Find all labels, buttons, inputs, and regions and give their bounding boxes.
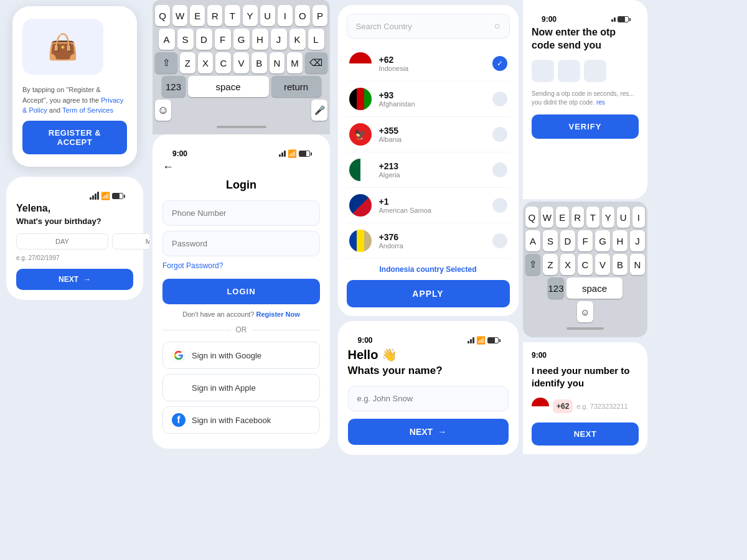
verify-button[interactable]: VERIFY: [532, 114, 639, 139]
list-item[interactable]: +213 Algeria: [347, 152, 510, 188]
register-accept-button[interactable]: Register & Accept: [22, 121, 127, 154]
birthday-next-button[interactable]: NEXT →: [16, 269, 133, 290]
password-input[interactable]: [162, 231, 320, 256]
otp-box-3[interactable]: [584, 60, 606, 82]
key-c[interactable]: C: [215, 52, 231, 73]
rk-c[interactable]: C: [578, 254, 593, 275]
key-t[interactable]: T: [225, 5, 240, 26]
key-z[interactable]: Z: [180, 52, 195, 73]
key-shift[interactable]: ⇧: [155, 52, 177, 73]
key-return[interactable]: return: [271, 76, 321, 97]
key-mic[interactable]: 🎤: [311, 100, 327, 121]
key-j[interactable]: J: [271, 29, 287, 50]
key-n[interactable]: N: [270, 52, 285, 73]
number-title: I need your number to identify you: [532, 365, 639, 389]
rk-y[interactable]: Y: [602, 207, 615, 228]
name-input[interactable]: [348, 386, 509, 411]
rk-d[interactable]: D: [560, 230, 575, 251]
rk-z[interactable]: Z: [543, 254, 558, 275]
keyboard-row-2: A S D F G H J K L: [155, 29, 327, 50]
back-arrow[interactable]: ←: [162, 161, 320, 174]
apple-sign-in-button[interactable]: Sign in with Apple: [162, 374, 320, 401]
login-button[interactable]: LOGIN: [162, 279, 320, 304]
hello-next-button[interactable]: NEXT →: [348, 419, 509, 445]
key-m[interactable]: M: [287, 52, 303, 73]
rk-emoji[interactable]: ☺: [577, 301, 593, 322]
rk-space[interactable]: space: [566, 278, 622, 299]
albania-flag: 🦅: [349, 123, 372, 146]
list-item[interactable]: 🦅 +355 Albania: [347, 117, 510, 152]
key-g[interactable]: G: [233, 29, 250, 50]
rk-h[interactable]: H: [613, 230, 627, 251]
otp-input-boxes: [532, 60, 639, 82]
key-numbers[interactable]: 123: [162, 76, 186, 97]
phone-number-input[interactable]: [162, 200, 320, 226]
rk-123[interactable]: 123: [548, 278, 564, 299]
key-o[interactable]: O: [295, 5, 310, 26]
key-d[interactable]: D: [196, 29, 212, 50]
list-item[interactable]: +62 Indonesia: [347, 46, 510, 82]
rk-shift[interactable]: ⇧: [525, 254, 540, 275]
rk-t[interactable]: T: [586, 207, 599, 228]
rk-e[interactable]: E: [556, 207, 569, 228]
list-item[interactable]: +1 American Samoa: [347, 188, 510, 223]
rk-row-1: Q W E R T Y U I: [525, 207, 645, 228]
key-y[interactable]: Y: [243, 5, 258, 26]
forgot-password-link[interactable]: Forgot Password?: [162, 261, 320, 270]
rk-j[interactable]: J: [630, 230, 645, 251]
otp-resend-link[interactable]: res: [596, 99, 605, 106]
key-a[interactable]: A: [159, 29, 175, 50]
number-next-button[interactable]: NEXT: [532, 422, 639, 446]
day-input[interactable]: [16, 233, 108, 250]
rk-w[interactable]: W: [541, 207, 554, 228]
otp-box-2[interactable]: [558, 60, 580, 82]
key-k[interactable]: K: [289, 29, 306, 50]
afghanistan-code: +93: [379, 90, 492, 100]
key-b[interactable]: B: [251, 52, 267, 73]
rk-i[interactable]: I: [632, 207, 646, 228]
rk-b[interactable]: B: [613, 254, 627, 275]
key-h[interactable]: H: [252, 29, 268, 50]
search-bar[interactable]: Search Country ○: [347, 14, 510, 39]
rk-r[interactable]: R: [571, 207, 585, 228]
facebook-sign-in-button[interactable]: f Sign in with Facebook: [162, 406, 320, 434]
birthday-inputs: [16, 233, 133, 250]
rk-f[interactable]: F: [578, 230, 593, 251]
key-e[interactable]: E: [190, 5, 205, 26]
key-r[interactable]: R: [207, 5, 222, 26]
apple-button-label: Sign in with Apple: [192, 383, 256, 393]
rk-u[interactable]: U: [617, 207, 630, 228]
afghanistan-flag: [349, 88, 372, 110]
key-x[interactable]: X: [198, 52, 214, 73]
list-item[interactable]: +376 Andorra: [347, 223, 510, 259]
key-space[interactable]: space: [188, 76, 269, 97]
key-q[interactable]: Q: [155, 5, 170, 26]
home-indicator: [217, 126, 266, 128]
rk-a[interactable]: A: [525, 230, 540, 251]
rk-v[interactable]: V: [595, 254, 610, 275]
rk-q[interactable]: Q: [525, 207, 538, 228]
rk-n[interactable]: N: [630, 254, 645, 275]
rk-s[interactable]: S: [543, 230, 558, 251]
rk-x[interactable]: X: [560, 254, 575, 275]
key-backspace[interactable]: ⌫: [305, 52, 327, 73]
american-samoa-flag: [349, 194, 372, 217]
google-sign-in-button[interactable]: Sign in with Google: [162, 342, 320, 369]
key-f[interactable]: F: [215, 29, 231, 50]
otp-box-1[interactable]: [532, 60, 554, 82]
terms-link[interactable]: Term of Services: [62, 106, 113, 114]
key-l[interactable]: L: [308, 29, 324, 50]
apply-button[interactable]: APPLY: [347, 280, 510, 307]
key-emoji[interactable]: ☺: [155, 100, 171, 121]
key-u[interactable]: U: [260, 5, 275, 26]
key-s[interactable]: S: [177, 29, 194, 50]
rk-g[interactable]: G: [595, 230, 610, 251]
register-now-link[interactable]: Register Now: [256, 310, 300, 318]
rk-row-5: ☺: [525, 301, 645, 322]
key-v[interactable]: V: [233, 52, 249, 73]
key-i[interactable]: I: [278, 5, 293, 26]
list-item[interactable]: +93 Afghanistan: [347, 82, 510, 117]
battery-icon: [487, 337, 499, 343]
key-w[interactable]: W: [172, 5, 187, 26]
key-p[interactable]: P: [312, 5, 327, 26]
